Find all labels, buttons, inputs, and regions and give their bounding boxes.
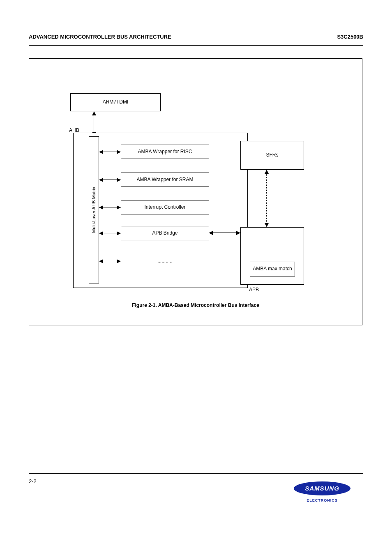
- max-match-box: AMBA max match: [250, 262, 295, 276]
- arrow-line: [209, 233, 240, 233]
- arrow-head-left-icon: [209, 231, 213, 235]
- footer-rule: [29, 473, 363, 474]
- apb-block: AMBA max match: [240, 227, 304, 285]
- arm7-box: ARM7TDMI: [70, 93, 161, 111]
- ahb-block: Multi-Layer AHB Matrix AMBA Wrapper for …: [73, 133, 248, 288]
- svg-text:SAMSUNG: SAMSUNG: [305, 485, 339, 492]
- arrow-head-down-icon: [265, 223, 269, 227]
- arrow-head-up-icon: [265, 170, 269, 174]
- sram-box: AMBA Wrapper for SRAM: [121, 173, 209, 187]
- sfr-block: SFRs: [240, 141, 304, 170]
- header-right: S3C2500B: [337, 34, 363, 40]
- figure-caption: Figure 2-1. AMBA-Based Microcontroller B…: [29, 302, 362, 308]
- mlam-box: Multi-Layer AHB Matrix: [89, 136, 99, 283]
- arrow-head-left-icon: [99, 178, 103, 182]
- arrow-head-left-icon: [99, 150, 103, 154]
- ahb-label: AHB: [69, 127, 79, 133]
- arrow-head-left-icon: [99, 259, 103, 263]
- apb-bridge-box: APB Bridge: [121, 226, 209, 240]
- arrow-head-right-icon: [117, 259, 121, 263]
- samsung-logo-sub: ELECTRONICS: [293, 498, 351, 502]
- arrow-head-right-icon: [117, 205, 121, 210]
- header-left: ADVANCED MICROCONTROLLER BUS ARCHITECTUR…: [29, 34, 171, 40]
- arrow-head-right-icon: [236, 231, 240, 235]
- arrow-head-right-icon: [117, 231, 121, 235]
- arrow-head-up-icon: [92, 111, 96, 115]
- intc-box: Interrupt Controller: [121, 200, 209, 214]
- dotted-arrow-line: [266, 172, 267, 224]
- risc-box: AMBA Wrapper for RISC: [121, 145, 209, 159]
- page-number: 2-2: [29, 478, 37, 484]
- header-rule: [29, 45, 363, 46]
- diagram-frame: ARM7TDMI AHB Multi-Layer AHB Matrix AMBA…: [29, 58, 362, 325]
- apb-label: APB: [249, 287, 259, 292]
- samsung-logo-icon: SAMSUNG: [293, 481, 351, 496]
- arrow-head-left-icon: [99, 231, 103, 235]
- ellipsis-box: ...........: [121, 254, 209, 268]
- samsung-logo: SAMSUNG ELECTRONICS: [293, 481, 351, 502]
- arrow-head-right-icon: [117, 178, 121, 182]
- arrow-head-left-icon: [99, 205, 103, 210]
- arrow-head-right-icon: [117, 150, 121, 154]
